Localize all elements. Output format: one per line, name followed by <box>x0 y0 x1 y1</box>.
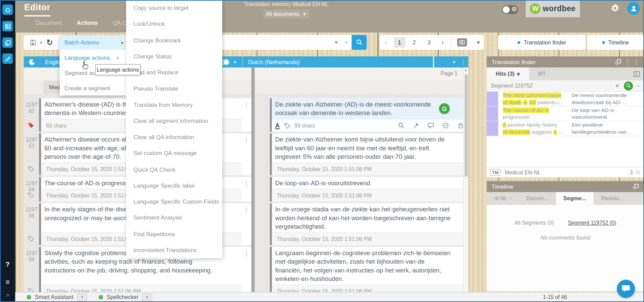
exclude-icon[interactable] <box>442 122 449 129</box>
chevron-down-icon[interactable]: ▼ <box>77 293 87 301</box>
submenu-item-change-bookmark[interactable]: Change Bookmark <box>126 32 222 49</box>
help-icon[interactable]: ? <box>0 261 15 268</box>
tab-timeline[interactable]: Timeline <box>587 35 644 50</box>
pagination-options-caret[interactable]: ▼ <box>476 40 481 45</box>
row-menu-icon[interactable]: ⋮ <box>242 98 251 132</box>
submenu-item-sentiment-analysis[interactable]: Sentiment Analysis <box>126 210 222 226</box>
format-text-icon[interactable]: A <box>275 122 279 129</box>
timeline-link-segment-119752-0-[interactable]: Segment 119752 (0) <box>568 220 616 226</box>
submenu-item-language-specific-label[interactable]: Language Specific label <box>126 177 222 194</box>
documents-icon[interactable] <box>2 37 13 48</box>
kebab-menu-icon[interactable]: ⋮ <box>633 59 639 65</box>
chat-button[interactable] <box>617 280 635 298</box>
document-filter-button[interactable]: All documents▼ <box>263 10 309 19</box>
finder-search-icon[interactable] <box>624 81 633 90</box>
row-menu-icon[interactable]: ⋮ <box>242 247 251 292</box>
nav-tab-actions[interactable]: Actions <box>77 19 98 26</box>
progress-pie-icon[interactable] <box>29 59 35 65</box>
submenu-item-lock-unlock[interactable]: Lock/Unlock <box>126 16 222 33</box>
popout-icon[interactable] <box>615 59 621 65</box>
finder-tab-hits-3-[interactable]: Hits (3)▾ <box>487 68 529 80</box>
finder-hit-row[interactable]: The·most·common·cause of·death·in·AD·pat… <box>487 92 644 107</box>
submenu-item-clear-all-segment-information[interactable]: Clear all segment information <box>126 113 222 129</box>
menu-item-create-a-segment[interactable]: Create a segment <box>60 80 126 95</box>
target-text[interactable]: Langzaam·beginnen·de·cognitieve·probleme… <box>272 247 463 285</box>
grid-view-icon[interactable] <box>2 21 13 31</box>
popout-icon[interactable] <box>632 183 639 190</box>
comment-icon[interactable] <box>428 122 434 129</box>
source-column-caret[interactable]: ▼ <box>233 60 237 64</box>
search-options-caret[interactable]: › <box>342 39 351 45</box>
submenu-item-inconsistent-translations[interactable]: Inconsistent Translations <box>126 242 222 259</box>
submenu-item-change-status[interactable]: Change Status <box>126 49 222 65</box>
home-icon[interactable] <box>2 4 13 15</box>
lock-icon[interactable] <box>457 122 463 129</box>
scrollbar-thumb[interactable] <box>464 74 468 177</box>
timeline-tab-segme-[interactable]: Segme... <box>556 192 594 205</box>
grammar-checker-icon[interactable]: G <box>439 103 450 114</box>
close-icon[interactable]: × <box>616 82 619 89</box>
row-menu-icon[interactable]: ⋮ <box>242 177 251 202</box>
submenu-item-copy-source-to-target[interactable]: Copy source to target <box>126 0 222 16</box>
prev-page-icon[interactable]: ‹ <box>380 38 392 46</box>
language-toggle[interactable] <box>502 5 518 14</box>
submenu-item-quick-qa-check[interactable]: Quick QA Check <box>126 162 222 178</box>
target-cell[interactable]: Langzaam·beginnen·de·cognitieve·probleme… <box>270 247 463 292</box>
finder-tab-mt[interactable]: MT <box>529 68 555 80</box>
expand-sidebar-icon[interactable]: » <box>0 291 15 299</box>
target-column-caret[interactable]: ▼ <box>452 60 456 64</box>
page-button-1[interactable]: 1 <box>394 37 405 48</box>
save-dropdown-caret[interactable]: ▾ <box>40 40 42 44</box>
search-icon[interactable] <box>398 122 404 129</box>
save-icon[interactable] <box>29 39 36 45</box>
finder-hit-row[interactable]: The·course·of·AD·is progressive.De·loop·… <box>487 107 644 121</box>
submenu-item-translate-from-memory[interactable]: Translate from Memory <box>126 97 222 113</box>
menu-icon[interactable]: ≡ <box>0 278 15 286</box>
submenu-item-find-repetitions[interactable]: Find Repetitions <box>126 226 222 242</box>
finder-hit-row[interactable]: A·positive·family·history of·dementia·su… <box>487 121 644 136</box>
page-button-2[interactable]: 2 <box>409 37 420 48</box>
nav-tab-document[interactable]: Document <box>36 19 62 26</box>
avatar[interactable] <box>627 2 640 15</box>
column-menu-icon[interactable]: ⋮ <box>459 56 468 68</box>
star-icon[interactable]: ☆ <box>635 169 641 175</box>
submenu-item-set-custom-qa-message[interactable]: Set custom QA message <box>126 145 222 162</box>
attachment-tag-icon[interactable] <box>27 287 34 292</box>
refresh-icon[interactable]: ↻ <box>46 38 53 47</box>
tag-icon[interactable] <box>284 122 290 129</box>
grid-scrollbar[interactable]: ▲ <box>463 68 469 292</box>
tab-translation-finder[interactable]: Translation finder <box>498 35 586 50</box>
editor-pencil-icon[interactable] <box>2 54 13 64</box>
menu-item-batch-actions[interactable]: Batch Actions▸ <box>60 35 126 50</box>
search-button[interactable] <box>352 35 367 50</box>
timeline-tab-nl-nl[interactable]: nl-NL› <box>487 192 519 205</box>
timeline-tab-docum-[interactable]: Docum... <box>519 192 556 205</box>
target-text[interactable]: De·ziekte·van·Alzheimer·komt·bijna·uitsl… <box>272 133 463 163</box>
clear-search-icon[interactable]: × <box>330 39 342 46</box>
gear-icon[interactable] <box>611 4 619 12</box>
target-text[interactable]: In·de·vroege·stadia·van·de·ziekte·kan·he… <box>272 203 463 232</box>
timeline-tab-revisio-[interactable]: Revisio... <box>594 192 631 205</box>
scroll-up-icon[interactable]: ▲ <box>464 68 468 73</box>
attachment-tag-icon[interactable] <box>27 165 34 172</box>
pin-icon[interactable] <box>413 122 419 129</box>
target-cell[interactable]: In·de·vroege·stadia·van·de·ziekte·kan·he… <box>270 203 463 245</box>
attachment-tag-icon[interactable] <box>27 192 34 198</box>
target-text[interactable]: De·loop·van·AD·is·vooruitstrevend. <box>272 177 463 189</box>
chevron-down-icon[interactable]: ▼ <box>142 293 152 301</box>
goto-segment-icon[interactable] <box>457 38 467 46</box>
next-page-icon[interactable]: › <box>436 38 449 46</box>
layout-icon[interactable] <box>633 70 640 77</box>
row-menu-icon[interactable]: ⋮ <box>242 203 251 245</box>
attachment-tag-icon[interactable] <box>27 235 34 242</box>
bookmark-icon[interactable] <box>27 122 34 128</box>
search-input[interactable] <box>222 36 330 49</box>
submenu-item-clear-all-qa-information[interactable]: Clear all QA information <box>126 129 222 146</box>
chevron-down-icon[interactable]: › <box>636 85 642 87</box>
submenu-item-language-specific-custom-fields[interactable]: Language Specific Custom Fields <box>126 194 222 210</box>
target-cell[interactable]: De·ziekte·van·Alzheimer·komt·bijna·uitsl… <box>270 133 463 175</box>
target-text[interactable]: De·ziekte·van·Alzheimer·(AD)·is·de·meest… <box>272 98 463 119</box>
tm-resource-row[interactable]: TM Medical EN-NL 3 ☆ <box>487 167 644 177</box>
page-button-3[interactable]: 3 <box>423 37 435 48</box>
target-cell[interactable]: De·loop·van·AD·is·vooruitstrevend.Thursd… <box>270 177 463 202</box>
